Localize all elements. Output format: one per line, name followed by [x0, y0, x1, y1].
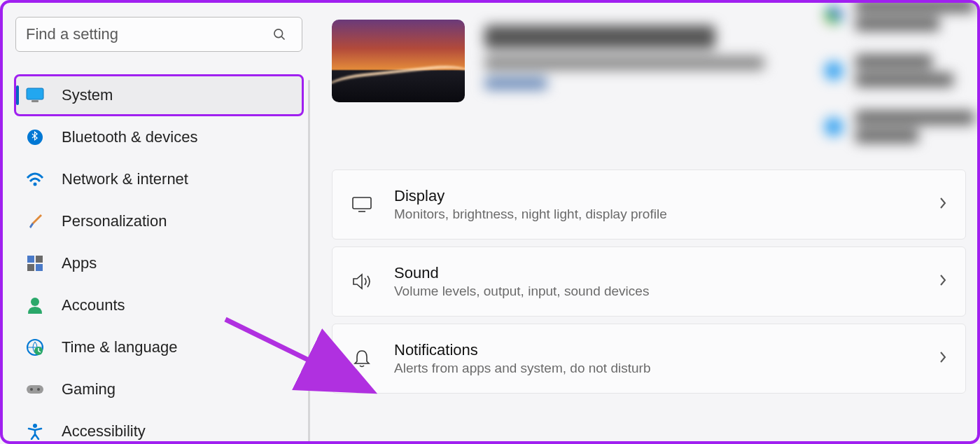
bell-icon — [351, 349, 373, 368]
card-title: Sound — [394, 264, 918, 282]
wifi-icon — [25, 169, 45, 189]
main-content: Display Monitors, brightness, night ligh… — [307, 3, 977, 441]
svg-point-10 — [31, 298, 39, 306]
svg-line-1 — [281, 36, 284, 39]
gamepad-icon — [25, 380, 45, 399]
sidebar-item-label: Accounts — [62, 296, 125, 314]
chevron-right-icon — [939, 273, 947, 291]
svg-point-16 — [37, 388, 40, 391]
device-thumbnail — [332, 20, 465, 102]
settings-card-notifications[interactable]: Notifications Alerts from apps and syste… — [332, 324, 966, 394]
person-icon — [25, 296, 45, 315]
sidebar-item-network[interactable]: Network & internet — [15, 160, 302, 199]
card-title: Display — [394, 187, 918, 205]
sidebar-item-apps[interactable]: Apps — [15, 244, 302, 283]
sidebar-item-system[interactable]: System — [15, 76, 302, 115]
svg-point-17 — [33, 424, 37, 428]
sidebar-item-label: Bluetooth & devices — [62, 128, 197, 146]
sidebar-item-label: Accessibility — [62, 422, 146, 440]
paintbrush-icon — [25, 211, 45, 231]
search-icon — [270, 25, 289, 44]
svg-rect-18 — [353, 197, 371, 209]
chevron-right-icon — [939, 196, 947, 214]
svg-rect-6 — [27, 256, 34, 263]
bluetooth-icon — [25, 127, 45, 147]
settings-card-sound[interactable]: Sound Volume levels, output, input, soun… — [332, 247, 966, 317]
search-input[interactable]: Find a setting — [15, 17, 302, 52]
card-title: Notifications — [394, 341, 918, 359]
search-placeholder: Find a setting — [26, 25, 264, 43]
sidebar-item-label: Personalization — [62, 212, 167, 230]
svg-rect-3 — [31, 100, 38, 102]
sidebar-item-label: Time & language — [62, 338, 178, 356]
svg-point-0 — [274, 29, 283, 38]
svg-rect-2 — [27, 88, 43, 99]
svg-rect-8 — [27, 264, 34, 271]
svg-rect-7 — [36, 256, 43, 263]
clock-globe-icon — [25, 338, 45, 357]
system-icon — [25, 85, 45, 105]
svg-point-15 — [30, 388, 33, 391]
sidebar-item-time-language[interactable]: Time & language — [15, 328, 302, 367]
sidebar-item-label: Gaming — [62, 380, 115, 398]
card-subtitle: Volume levels, output, input, sound devi… — [394, 284, 918, 299]
sidebar-item-label: System — [62, 86, 113, 104]
sidebar-item-label: Apps — [62, 254, 97, 272]
sidebar-item-personalization[interactable]: Personalization — [15, 202, 302, 241]
card-subtitle: Monitors, brightness, night light, displ… — [394, 207, 918, 222]
chevron-right-icon — [939, 350, 947, 368]
sidebar-item-accounts[interactable]: Accounts — [15, 286, 302, 325]
apps-icon — [25, 254, 45, 273]
sidebar-item-bluetooth[interactable]: Bluetooth & devices — [15, 118, 302, 157]
svg-point-5 — [34, 183, 37, 186]
sidebar-item-accessibility[interactable]: Accessibility — [15, 412, 302, 444]
monitor-icon — [351, 196, 373, 213]
quick-links-blurred — [825, 0, 974, 167]
sidebar-item-gaming[interactable]: Gaming — [15, 370, 302, 409]
svg-rect-9 — [36, 264, 43, 271]
settings-card-display[interactable]: Display Monitors, brightness, night ligh… — [332, 169, 966, 240]
sidebar-item-label: Network & internet — [62, 170, 188, 188]
sidebar: Find a setting System Bluetooth & device… — [3, 3, 307, 441]
accessibility-icon — [25, 422, 45, 441]
speaker-icon — [351, 272, 373, 291]
svg-rect-14 — [27, 385, 43, 394]
card-subtitle: Alerts from apps and system, do not dist… — [394, 361, 918, 376]
